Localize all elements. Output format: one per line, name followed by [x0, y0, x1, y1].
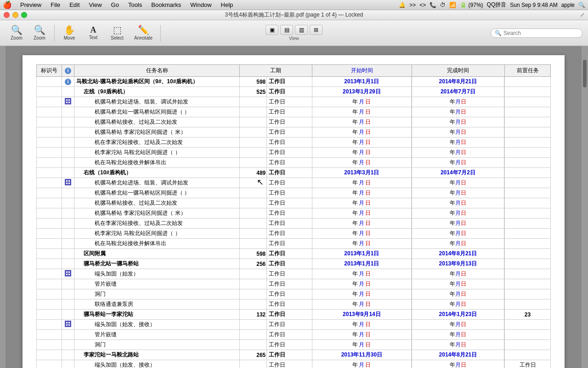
cell-name: 联络通道兼泵房: [74, 299, 240, 310]
view-btn-3[interactable]: ▥: [295, 25, 308, 35]
battery-status: 🔋 (97%): [460, 2, 483, 8]
cell-id: [37, 320, 62, 330]
maximize-button[interactable]: [21, 12, 27, 18]
menu-window[interactable]: Window: [187, 1, 215, 9]
cell-end: 年月日: [412, 138, 504, 148]
move-button[interactable]: ✋ Move: [58, 23, 80, 43]
zoom-in-button[interactable]: 🔍 Zoom: [28, 23, 51, 43]
right-panel[interactable]: [582, 46, 588, 368]
annotate-icon: ✏️: [138, 25, 149, 34]
table-row: 机骡马桥北站进场、组装、调试并始发工作日年月日年月日: [37, 97, 551, 107]
cell-duration-unit: 工作日: [267, 117, 312, 127]
cell-duration-unit: 工作日: [267, 218, 312, 229]
close-button[interactable]: [4, 12, 10, 18]
cell-name: 左线（9#盾构机）: [74, 87, 240, 97]
minimize-button[interactable]: [12, 12, 18, 18]
cell-end: 年月日: [412, 360, 504, 368]
cell-id: [37, 350, 62, 360]
search-menubar-icon[interactable]: 🔍: [578, 2, 585, 8]
menu-view[interactable]: View: [85, 1, 106, 9]
cell-icon: [62, 360, 74, 368]
titlebar: 3号线4标盾构施工计划–最新.pdf (page 1 of 4) — Locke…: [0, 10, 588, 20]
cell-start: 年月日: [312, 239, 411, 249]
cell-duration-unit: 工作日: [267, 269, 312, 279]
cell-name: 骡马桥站一李家沱站: [74, 310, 240, 320]
cell-pred: [505, 148, 551, 158]
cell-duration-unit: 工作日: [267, 148, 312, 158]
cell-pred: [505, 340, 551, 350]
cell-icon: [62, 127, 74, 138]
cell-duration-unit: 工作日: [267, 97, 312, 107]
table-row: 机骡马桥站 李家沱站区间掘进（ 米）工作日年月日年月日: [37, 208, 551, 218]
cell-name: 洞门: [74, 289, 240, 299]
menu-go[interactable]: Go: [107, 1, 123, 9]
notification-icon: 🔔: [399, 2, 406, 8]
cell-end: 年月日: [412, 289, 504, 299]
zoom-in-icon: 🔍: [34, 25, 45, 34]
table-row: 管片嵌缝工作日年月日年月日: [37, 279, 551, 289]
cell-start: 2013年1月1日: [312, 259, 411, 269]
cell-start: 年月日: [312, 289, 411, 299]
cell-start: 2013年1月29日: [312, 87, 411, 97]
apple-menu[interactable]: 🍎: [3, 0, 12, 9]
menu-bookmarks[interactable]: Bookmarks: [147, 1, 185, 9]
cell-duration-unit: 工作日: [267, 330, 312, 340]
menu-preview[interactable]: Preview: [17, 1, 45, 9]
search-input[interactable]: [503, 30, 577, 36]
cell-start: 年月日: [312, 340, 411, 350]
cell-pred: [505, 117, 551, 127]
toolbar-separator-2: [160, 25, 161, 41]
table-row: 李家沱站一马鞍北路站265工作日2013年11月30日2014年8月21日: [37, 350, 551, 360]
menu-help[interactable]: Help: [217, 1, 237, 9]
cell-duration-num: [240, 299, 267, 310]
cell-end: 年月日: [412, 340, 504, 350]
cell-pred: [505, 299, 551, 310]
table-row: 端头加固（始发、接收）工作日年月日年月日工作日: [37, 360, 551, 368]
cell-end: 年月日: [412, 97, 504, 107]
view-btn-2[interactable]: ▤: [280, 25, 293, 35]
view-btn-4[interactable]: ⊞: [310, 25, 322, 35]
expand-icon[interactable]: ⤢: [580, 12, 584, 18]
cell-pred: [505, 239, 551, 249]
menu-file[interactable]: File: [47, 1, 64, 9]
annotate-button[interactable]: ✏️ Annotate: [130, 23, 157, 43]
cell-start: 年月日: [312, 218, 411, 229]
cell-end: 年月日: [412, 107, 504, 117]
cell-icon: [62, 107, 74, 117]
view-btn-1[interactable]: ▣: [266, 25, 278, 35]
cell-id: [37, 218, 62, 229]
cell-name: 机在李家沱站接收、过站及二次始发: [74, 218, 240, 229]
cell-duration-unit: 工作日: [267, 279, 312, 289]
cell-duration-num: 489: [240, 168, 267, 178]
menu-tools[interactable]: Tools: [124, 1, 146, 9]
cell-duration-unit: 工作日: [267, 289, 312, 299]
cell-icon: [62, 350, 74, 360]
cell-duration-unit: 工作日: [267, 87, 312, 97]
username: apple: [561, 2, 575, 8]
cell-pred: [505, 77, 551, 87]
cell-id: [37, 299, 62, 310]
scroll-thumb[interactable]: [583, 60, 587, 87]
select-button[interactable]: ⬚ Select: [106, 23, 128, 43]
cell-id: [37, 127, 62, 138]
cell-id: [37, 289, 62, 299]
cell-end: 年月日: [412, 117, 504, 127]
cell-duration-num: [240, 97, 267, 107]
search-box: 🔍: [491, 29, 582, 38]
zoom-out-icon: 🔍: [11, 25, 23, 34]
cell-id: [37, 178, 62, 188]
cell-icon: [62, 138, 74, 148]
cell-id: [37, 198, 62, 208]
code-icon: <>: [419, 2, 426, 8]
menu-edit[interactable]: Edit: [66, 1, 83, 9]
phone-icon: 📞: [430, 2, 436, 8]
cell-duration-num: [240, 229, 267, 239]
cell-pred: [505, 198, 551, 208]
cell-end: 年月日: [412, 229, 504, 239]
cell-duration-unit: 工作日: [267, 350, 312, 360]
cell-pred: [505, 289, 551, 299]
cell-end: 年月日: [412, 299, 504, 310]
text-button[interactable]: A Text: [82, 23, 104, 43]
cell-icon: [62, 310, 74, 320]
zoom-out-button[interactable]: 🔍 Zoom: [6, 23, 28, 43]
